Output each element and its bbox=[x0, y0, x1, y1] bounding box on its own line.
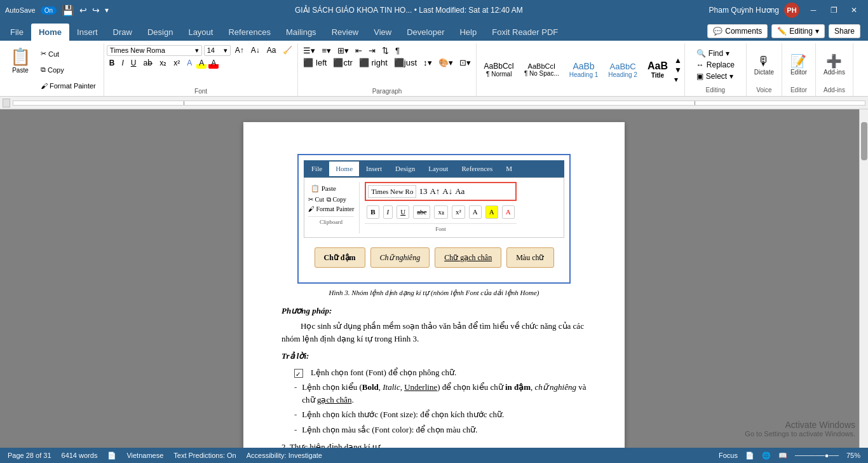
view-web-icon[interactable]: 🌐 bbox=[762, 452, 771, 460]
copy-button[interactable]: ⧉ Copy bbox=[38, 64, 98, 75]
addins-button[interactable]: ➕ Add-ins bbox=[820, 52, 849, 78]
subscript-button[interactable]: x₂ bbox=[157, 57, 169, 69]
editor-button[interactable]: 📝 Editor bbox=[786, 52, 811, 78]
user-avatar[interactable]: PH bbox=[784, 3, 799, 18]
preview-font-row: Times New Ro 13 A↑ A↓ Aa bbox=[365, 182, 516, 202]
superscript-button[interactable]: x² bbox=[171, 57, 182, 69]
zoom-level[interactable]: 75% bbox=[846, 452, 860, 459]
editor-group: 📝 Editor Editor bbox=[782, 43, 816, 96]
align-left-button[interactable]: ⬛ left bbox=[301, 57, 329, 69]
underline-button[interactable]: U bbox=[128, 57, 139, 69]
tab-draw[interactable]: Draw bbox=[105, 24, 140, 41]
show-paragraph-button[interactable]: ¶ bbox=[393, 45, 402, 57]
preview-clipboard-label: Clipboard bbox=[308, 216, 354, 227]
sort-button[interactable]: ⇅ bbox=[379, 45, 391, 57]
line-spacing-button[interactable]: ↕▾ bbox=[421, 57, 435, 69]
style-normal[interactable]: AaBbCcI ¶ Normal bbox=[479, 59, 519, 80]
titlebar-left: AutoSave On 💾 ↩ ↪ ▾ bbox=[5, 4, 109, 17]
view-print-icon[interactable]: 📄 bbox=[745, 452, 754, 460]
increase-indent-button[interactable]: ⇥ bbox=[366, 45, 378, 57]
styles-up-button[interactable]: ▲ bbox=[674, 56, 682, 65]
borders-button[interactable]: ⊡▾ bbox=[457, 57, 473, 69]
style-heading2[interactable]: AaBbC Heading 2 bbox=[603, 59, 642, 81]
change-case-button[interactable]: Aa bbox=[264, 45, 279, 56]
ribbon-tabs: File Home Insert Draw Design Layout Refe… bbox=[0, 20, 868, 41]
save-icon[interactable]: 💾 bbox=[62, 4, 74, 17]
decrease-font-button[interactable]: A↓ bbox=[248, 45, 262, 56]
view-read-icon[interactable]: 📖 bbox=[778, 452, 787, 460]
ruler-toggle[interactable] bbox=[3, 99, 10, 107]
find-button[interactable]: 🔍 Find ▾ bbox=[694, 48, 737, 59]
text-effects-button[interactable]: A bbox=[184, 57, 194, 69]
align-right-button[interactable]: ⬛ right bbox=[356, 57, 390, 69]
preview-strikethrough: abc bbox=[413, 205, 430, 219]
font-name-selector[interactable]: Times New Roma ▾ bbox=[107, 45, 202, 56]
increase-font-button[interactable]: A↑ bbox=[233, 45, 247, 56]
select-icon: ▣ bbox=[696, 72, 703, 81]
word-count: 6414 words bbox=[62, 452, 98, 459]
editing-group: 🔍 Find ▾ ↔ Replace ▣ Select ▾ Editing bbox=[685, 43, 747, 96]
tab-mailings[interactable]: Mailings bbox=[278, 24, 324, 41]
tab-file[interactable]: File bbox=[3, 24, 31, 41]
clear-format-button[interactable]: 🧹 bbox=[280, 45, 295, 56]
answer-2-text: Lệnh chọn kiểu (Bold, Italic, Underline)… bbox=[302, 381, 587, 406]
restore-button[interactable]: ❐ bbox=[825, 1, 843, 19]
comments-button[interactable]: 💬 Comments bbox=[707, 24, 768, 38]
font-color-button[interactable]: A bbox=[208, 57, 219, 69]
bullets-button[interactable]: ☰▾ bbox=[301, 45, 318, 57]
format-painter-button[interactable]: 🖌 Format Painter bbox=[38, 81, 98, 91]
styles-more-button[interactable]: ▾ bbox=[674, 75, 682, 84]
tab-layout[interactable]: Layout bbox=[180, 24, 220, 41]
tab-design[interactable]: Design bbox=[140, 24, 180, 41]
accessibility-indicator[interactable]: Accessibility: Investigate bbox=[247, 452, 322, 459]
italic-button[interactable]: I bbox=[119, 57, 126, 69]
share-button[interactable]: Share bbox=[829, 24, 860, 38]
focus-button[interactable]: Focus bbox=[719, 452, 738, 459]
tab-developer[interactable]: Developer bbox=[399, 24, 452, 41]
cut-button[interactable]: ✂ Cut bbox=[38, 48, 98, 59]
multilevel-button[interactable]: ⊞▾ bbox=[335, 45, 351, 57]
tab-references[interactable]: References bbox=[220, 24, 278, 41]
undo-icon[interactable]: ↩ bbox=[79, 5, 87, 15]
replace-button[interactable]: ↔ Replace bbox=[694, 59, 737, 71]
redo-icon[interactable]: ↪ bbox=[92, 5, 100, 15]
vertical-scrollbar[interactable] bbox=[859, 109, 868, 448]
tab-help[interactable]: Help bbox=[452, 24, 484, 41]
style-title[interactable]: AaB Title bbox=[642, 58, 673, 81]
tab-insert[interactable]: Insert bbox=[69, 24, 105, 41]
language-indicator[interactable]: Vietnamese bbox=[126, 452, 163, 459]
user-name: Pham Quỳnh Hương bbox=[709, 6, 779, 15]
tab-view[interactable]: View bbox=[366, 24, 399, 41]
tab-review[interactable]: Review bbox=[324, 24, 367, 41]
font-size-selector[interactable]: 14 ▾ bbox=[204, 45, 231, 56]
scrollbar-thumb[interactable] bbox=[861, 122, 867, 160]
dictate-button[interactable]: 🎙 Dictate bbox=[750, 52, 778, 78]
tab-foxit[interactable]: Foxit Reader PDF bbox=[484, 24, 566, 41]
tab-home[interactable]: Home bbox=[31, 24, 69, 41]
decrease-indent-button[interactable]: ⇤ bbox=[353, 45, 365, 57]
customize-icon[interactable]: ▾ bbox=[105, 6, 109, 15]
numbering-button[interactable]: ≡▾ bbox=[319, 45, 334, 57]
minimize-button[interactable]: ─ bbox=[804, 1, 822, 19]
highlight-button[interactable]: A bbox=[196, 57, 207, 69]
styles-down-button[interactable]: ▼ bbox=[674, 66, 682, 74]
paragraph-group: ☰▾ ≡▾ ⊞▾ ⇤ ⇥ ⇅ ¶ ⬛ left ⬛ctr ⬛ right ⬛ju… bbox=[298, 43, 476, 96]
select-button[interactable]: ▣ Select ▾ bbox=[694, 71, 737, 82]
autosave-toggle[interactable]: On bbox=[41, 6, 57, 15]
text-predictions-indicator[interactable]: Text Predictions: On bbox=[173, 452, 236, 459]
close-button[interactable]: ✕ bbox=[845, 1, 863, 19]
style-no-space[interactable]: AaBbCcI ¶ No Spac... bbox=[519, 60, 564, 79]
editing-mode-button[interactable]: ✏️ Editing ▾ bbox=[771, 24, 825, 38]
paste-button[interactable]: 📋 Paste bbox=[5, 46, 36, 93]
document-area[interactable]: File Home Insert Design Layout Reference… bbox=[0, 109, 868, 448]
strikethrough-button[interactable]: ab̶ bbox=[140, 57, 155, 69]
align-center-button[interactable]: ⬛ctr bbox=[330, 57, 355, 69]
style-heading1[interactable]: AaBb Heading 1 bbox=[564, 59, 604, 81]
preview-tab-layout: Layout bbox=[422, 162, 454, 176]
zoom-slider[interactable]: ──────●── bbox=[795, 452, 839, 459]
shading-button[interactable]: 🎨▾ bbox=[436, 57, 456, 69]
justify-button[interactable]: ⬛just bbox=[391, 57, 419, 69]
autosave-label: AutoSave bbox=[5, 6, 36, 14]
preview-italic: I bbox=[383, 205, 393, 219]
bold-button[interactable]: B bbox=[107, 57, 118, 69]
